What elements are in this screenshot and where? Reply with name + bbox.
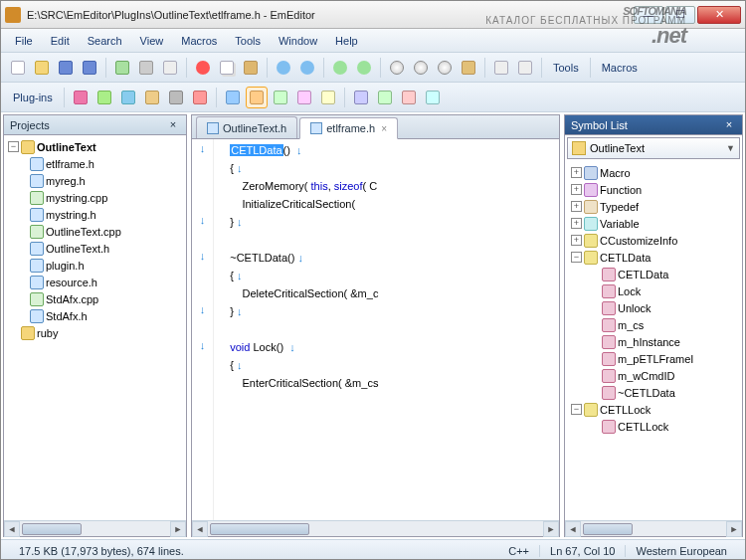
symbol-item[interactable]: +Typedef (567, 198, 740, 215)
paste-button[interactable] (240, 57, 262, 79)
replace-button[interactable] (458, 57, 479, 79)
print-button[interactable] (135, 57, 157, 79)
symbol-item[interactable]: CETLLock (567, 418, 740, 435)
close-button[interactable]: ✕ (697, 6, 741, 24)
cut-button[interactable] (192, 57, 214, 79)
symbol-item[interactable]: CETLData (567, 266, 740, 282)
plugin-btn-11[interactable] (317, 87, 339, 108)
findprev-button[interactable] (410, 57, 432, 79)
main-toolbar: Tools Macros (1, 53, 745, 83)
plugin-btn-15[interactable] (422, 87, 444, 108)
project-file[interactable]: OutlineText.h (6, 240, 184, 257)
plugin-btn-8[interactable] (246, 87, 268, 108)
plugin-btn-5[interactable] (165, 87, 187, 108)
minimize-button[interactable]: — (634, 6, 663, 24)
symbols-pane: Symbol List × OutlineText ▼ +Macro+Funct… (564, 114, 743, 537)
symbol-item[interactable]: ~CETLData (567, 384, 740, 401)
find-button[interactable] (386, 57, 408, 79)
plugin-btn-10[interactable] (293, 87, 315, 108)
plugin-btn-7[interactable] (222, 87, 244, 108)
back-button[interactable] (329, 57, 351, 79)
project-ruby[interactable]: ruby (6, 324, 184, 341)
plugin-btn-2[interactable] (93, 87, 115, 108)
menu-macros[interactable]: Macros (173, 32, 225, 50)
tab-outlinetext[interactable]: OutlineText.h (196, 116, 297, 138)
project-file[interactable]: plugin.h (6, 257, 184, 274)
save-button[interactable] (55, 57, 77, 79)
tools-label[interactable]: Tools (547, 62, 585, 74)
undo-button[interactable] (273, 57, 294, 79)
symbol-item[interactable]: −CETLLock (567, 401, 740, 418)
project-file[interactable]: StdAfx.h (6, 307, 184, 324)
editor-hscroll[interactable]: ◄ ► (192, 520, 559, 536)
plugin-btn-4[interactable] (141, 87, 163, 108)
symbol-item[interactable]: −CETLData (567, 249, 740, 266)
symbol-item[interactable]: Unlock (567, 299, 740, 316)
redo-button[interactable] (296, 57, 318, 79)
symbol-item[interactable]: +Variable (567, 215, 740, 232)
plugin-btn-14[interactable] (398, 87, 420, 108)
h-file-icon (30, 276, 44, 289)
project-root[interactable]: − OutlineText (6, 138, 184, 155)
menu-search[interactable]: Search (80, 32, 130, 50)
menu-tools[interactable]: Tools (227, 32, 269, 50)
copy-button[interactable] (216, 57, 238, 79)
project-file[interactable]: mystring.h (6, 206, 184, 223)
symbol-item[interactable]: +Macro (567, 164, 740, 181)
plugin-btn-9[interactable] (270, 87, 291, 108)
menu-file[interactable]: File (7, 32, 41, 50)
plugin-btn-6[interactable] (189, 87, 211, 108)
plugin-btn-13[interactable] (374, 87, 396, 108)
plugins-label: Plug-ins (7, 92, 59, 103)
cpp-file-icon (30, 225, 44, 239)
projects-title[interactable]: Projects × (4, 115, 186, 135)
symbols-scope-dropdown[interactable]: OutlineText ▼ (567, 137, 740, 159)
menu-edit[interactable]: Edit (43, 32, 78, 50)
symbol-item[interactable]: m_wCmdID (567, 367, 740, 384)
open-button[interactable] (31, 57, 53, 79)
menu-window[interactable]: Window (271, 32, 325, 50)
projects-hscroll[interactable]: ◄ ► (4, 520, 186, 536)
cpp-file-icon (30, 191, 44, 205)
menu-view[interactable]: View (132, 32, 172, 50)
plugin-btn-12[interactable] (350, 87, 372, 108)
app-icon (5, 7, 21, 23)
symbol-item[interactable]: +CCustomizeInfo (567, 232, 740, 249)
tab-close-icon[interactable]: × (381, 123, 387, 134)
symbols-close-icon[interactable]: × (722, 118, 736, 132)
code-editor[interactable]: ↓↓↓↓↓ CETLData() ↓ { ↓ ZeroMemory( this,… (192, 139, 559, 520)
preview-button[interactable] (159, 57, 181, 79)
class-icon (584, 403, 598, 417)
margin-button[interactable] (514, 57, 536, 79)
symbol-item[interactable]: +Function (567, 181, 740, 198)
menu-help[interactable]: Help (327, 32, 366, 50)
project-file[interactable]: OutlineText.cpp (6, 223, 184, 240)
forward-button[interactable] (353, 57, 375, 79)
symbols-hscroll[interactable]: ◄ ► (565, 520, 742, 536)
saveall-button[interactable] (79, 57, 100, 79)
mem-icon (602, 369, 616, 383)
wrap-button[interactable] (490, 57, 512, 79)
symbol-item[interactable]: m_hInstance (567, 333, 740, 350)
project-file[interactable]: etlframe.h (6, 155, 184, 172)
editor-content[interactable]: CETLData() ↓ { ↓ ZeroMemory( this, sizeo… (214, 139, 559, 520)
macros-label[interactable]: Macros (596, 62, 644, 74)
symbols-title[interactable]: Symbol List × (565, 115, 742, 135)
symbol-item[interactable]: m_pETLFrameI (567, 350, 740, 367)
maximize-button[interactable]: ☐ (665, 6, 695, 24)
symbol-item[interactable]: m_cs (567, 316, 740, 333)
plugin-btn-1[interactable] (70, 87, 92, 108)
h-file-icon (30, 309, 44, 323)
reload-button[interactable] (111, 57, 133, 79)
projects-close-icon[interactable]: × (166, 118, 180, 132)
plugin-btn-3[interactable] (117, 87, 139, 108)
project-file[interactable]: myreg.h (6, 172, 184, 189)
project-file[interactable]: StdAfx.cpp (6, 290, 184, 307)
project-file[interactable]: mystring.cpp (6, 189, 184, 206)
symbol-item[interactable]: Lock (567, 282, 740, 299)
tab-etlframe[interactable]: etlframe.h × (299, 117, 398, 139)
h-file-icon (207, 122, 219, 134)
findnext-button[interactable] (434, 57, 456, 79)
new-button[interactable] (7, 57, 29, 79)
project-file[interactable]: resource.h (6, 274, 184, 290)
